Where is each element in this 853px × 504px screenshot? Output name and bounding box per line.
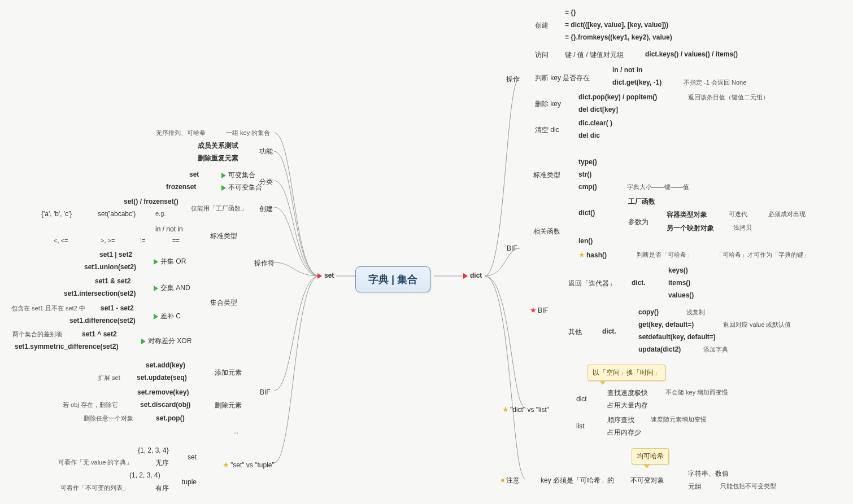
dict-bif-rel-len: len() (578, 237, 593, 245)
dict-note-a: key 必须是「可哈希」的 (541, 476, 614, 485)
dict-clear-b: del dic (578, 132, 600, 139)
dict-bif2-other-bnote: 返回对应 value 或默认值 (723, 321, 791, 329)
dict-bif2-other-c: setdefault(key, default=) (638, 333, 716, 341)
dict-bif-label: BIF (507, 244, 517, 252)
set-ops-std-b1: <, <= (54, 237, 68, 244)
dict-ops-label: 操作 (506, 74, 520, 84)
dict-bif2-other-label: 其他 (568, 327, 582, 337)
dict-vs-list-a: 顺序查找 (607, 415, 634, 425)
set-ops-sym-b: set1.symmetric_difference(set2) (15, 343, 118, 350)
set-ops-std-b4: == (172, 237, 180, 244)
dict-bif2-iter-b: items() (668, 279, 690, 287)
set-ops-diff-a: set1 - set2 (101, 304, 134, 312)
set-ops-std-b3: != (140, 237, 145, 244)
star-icon: ★ (223, 461, 229, 469)
set-classify-frozen: frozenset (166, 183, 196, 191)
dict-note-label: ●注意 (501, 476, 520, 485)
dict-bif-std-c: cmp() (578, 183, 597, 191)
set-bif-del-label: 删除元素 (215, 401, 242, 410)
dict-vs-callout: 以「空间」换「时间」 (587, 365, 665, 381)
set-classify-set: set (189, 170, 199, 178)
flag-icon (154, 286, 158, 291)
set-vs-set-a: {1, 2, 3, 4} (138, 446, 169, 454)
dict-check-bnote: 不指定 -1 会返回 None (684, 78, 746, 87)
dict-delkey-anote: 返回该条目值（键值二元组） (688, 93, 769, 102)
set-create-m1: set() / frozenset() (124, 198, 179, 205)
set-ops-union-label: 并集 OR (154, 257, 186, 266)
dict-bif-rel-hash-b: 「可哈希」才可作为「字典的键」 (716, 251, 810, 259)
dict-vs-dict-anote: 不会随 key 增加而变慢 (665, 388, 728, 397)
dict-bif2-iter-a: keys() (668, 266, 688, 274)
set-ops-diff-note: 包含在 set1 且不在 set2 中 (11, 304, 85, 313)
set-ops-diff-label: 差补 C (154, 312, 181, 321)
set-ops-inter-label: 交集 AND (154, 283, 190, 293)
dict-bif-rel-label: 相关函数 (533, 227, 560, 236)
dict-bif2-iter-label: 返回「迭代器」 (568, 279, 616, 288)
dict-access-label: 访问 (535, 50, 549, 60)
set-classify-frozen-note: 不可变集合 (221, 183, 262, 192)
dict-bif-std-b: str() (578, 170, 591, 178)
dict-bif-rel-hash: ★hash() (578, 251, 607, 259)
dict-create-a: = {} (565, 8, 576, 16)
set-create-note: 仅能用「工厂函数」 (191, 204, 247, 213)
set-ops-std-b2: >, >= (101, 237, 115, 244)
dict-bif2-other-a: copy() (638, 308, 659, 316)
set-ops-diff-b: set1.difference(set2) (69, 317, 136, 325)
branch-set: set (317, 271, 334, 279)
dict-bif2-iter-c: values() (668, 291, 694, 299)
dict-vs-list-anote: 速度随元素增加变慢 (651, 415, 707, 424)
set-bif-add-b: set.update(seq) (137, 374, 187, 382)
star-icon: ★ (578, 251, 585, 259)
dict-create-b: = dict(([key, value], [key, value])) (565, 21, 668, 29)
branch-dict: dict (463, 271, 482, 279)
dict-vs-dict-b: 占用大量内存 (607, 401, 648, 410)
set-vs-tuple-label: tuple (182, 478, 197, 486)
warn-icon: ● (501, 476, 505, 484)
set-ops-union-b: set1.union(set2) (84, 263, 136, 271)
dict-bif-rel-dict-c1n2: 必须成对出现 (768, 210, 806, 218)
set-bif-del-a: set.remove(key) (137, 388, 189, 396)
set-ops-label: 操作符 (254, 258, 275, 268)
set-classify-set-note: 可变集合 (221, 170, 255, 180)
set-create-eg1: set('abcabc') (98, 210, 136, 218)
dict-vs-list-label: list (576, 422, 585, 430)
set-ops-sym-label: 对称差分 XOR (141, 336, 192, 346)
set-bif-del-b: set.discard(obj) (140, 401, 190, 409)
set-bif-add-label: 添加元素 (215, 368, 242, 378)
dict-create-c: = {}.fromkeys((key1, key2), value) (565, 33, 672, 41)
dict-note-b: 不可变对象 (630, 476, 664, 485)
flag-icon (141, 339, 146, 344)
set-ops-std-label: 标准类型 (210, 231, 237, 241)
set-vs-set-b: 无序 (155, 458, 169, 468)
set-ops-inter-a: set1 & set2 (95, 277, 130, 285)
dict-bif-rel-dict-c2: 另一个映射对象 (667, 223, 714, 233)
set-desc-right: 一组 key 的集合 (226, 129, 270, 137)
set-ops-union-a: set1 | set2 (99, 251, 132, 258)
dict-vs-label: ★"dict" vs "list" (502, 405, 549, 414)
set-bif-del-cnote: 删除任意一个对象 (84, 414, 133, 423)
center-title: 字典 | 集合 (355, 266, 430, 292)
set-ops-std-a: in / not in (155, 225, 183, 233)
dict-note-c1: 字符串、数值 (688, 469, 729, 479)
dict-bif-rel-dict-c1n1: 可迭代 (729, 210, 747, 218)
set-func-label: 功能 (259, 147, 273, 156)
set-vs-label: ★"set" vs "tuple" (223, 461, 275, 469)
dict-bif-std-a: type() (578, 158, 597, 166)
dict-bif-rel-dict-c1: 容器类型对象 (667, 210, 707, 220)
dict-vs-dict-a: 查找速度极快 (607, 388, 648, 398)
dict-bif2-other-b: get(key, default=) (638, 321, 694, 328)
set-bif-del-bnote: 若 obj 存在，删除它 (63, 401, 118, 409)
flag-icon (317, 273, 322, 279)
dict-delkey-a: dict.pop(key) / popitem() (578, 93, 657, 101)
set-bif-label: BIF (260, 388, 271, 396)
dict-bif-rel-dict-a: 工厂函数 (628, 197, 655, 207)
set-ops-sym-note: 两个集合的差别项 (12, 330, 62, 339)
dict-check-b: dict.get(key, -1) (612, 78, 661, 86)
set-func-a: 成员关系测试 (198, 141, 238, 151)
dict-note-callout: 均可哈希 (632, 448, 669, 464)
dict-bif2-other-anote: 浅复制 (686, 308, 705, 317)
dict-bif-rel-dict-c2n: 浅拷贝 (733, 223, 752, 232)
dict-delkey-label: 删除 key (535, 99, 561, 109)
dict-bif2-other-d: updata(dict2) (638, 345, 681, 353)
flag-icon (463, 273, 468, 279)
